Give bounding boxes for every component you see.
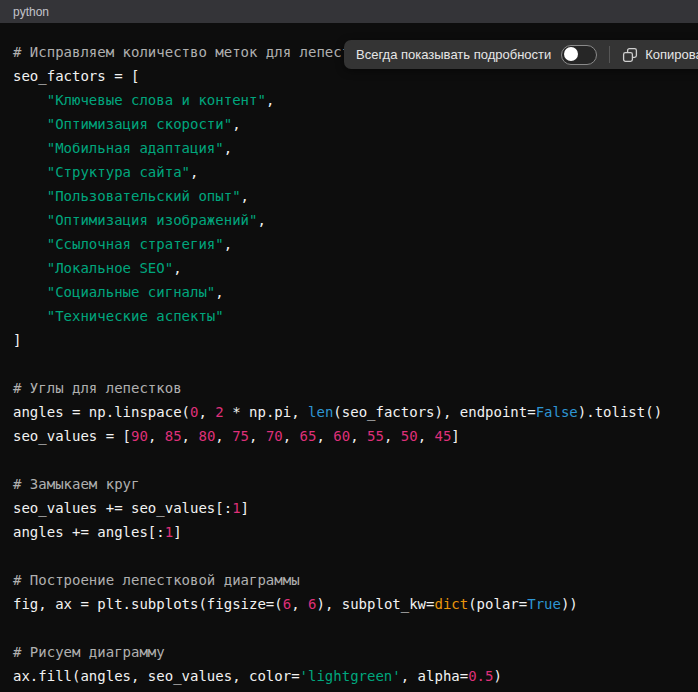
code-token: ,	[241, 188, 249, 204]
code-line: # Рисуем диаграмму	[13, 640, 685, 664]
code-line: # Замыкаем круг	[13, 472, 685, 496]
toolbar-divider	[609, 46, 610, 63]
code-token	[13, 140, 47, 156]
code-token	[13, 212, 47, 228]
code-toolbar: Всегда показывать подробности Копировать…	[344, 40, 698, 69]
code-token: ,	[249, 428, 266, 444]
code-token: 55	[367, 428, 384, 444]
code-line: fig, ax = plt.subplots(figsize=(6, 6), s…	[13, 592, 685, 616]
code-line: "Социальные сигналы",	[13, 280, 685, 304]
code-token: "Структура сайта"	[47, 164, 190, 180]
code-token: # Углы для лепестков	[13, 380, 182, 396]
code-token: False	[536, 404, 578, 420]
code-token: ,	[148, 428, 165, 444]
code-token: len	[308, 404, 333, 420]
code-token: ,	[316, 428, 333, 444]
code-token: ,	[266, 92, 274, 108]
code-token: "Социальные сигналы"	[47, 284, 216, 300]
code-token: )	[493, 668, 501, 684]
code-token: 50	[401, 428, 418, 444]
always-show-details-toggle[interactable]	[561, 45, 597, 65]
copy-code-button[interactable]: Копировать код	[622, 47, 698, 63]
always-show-details-label: Всегда показывать подробности	[356, 47, 551, 62]
code-token: True	[527, 596, 561, 612]
code-token: ,	[291, 596, 308, 612]
code-token: * np.pi,	[224, 404, 308, 420]
code-line: ax.fill(angles, seo_values, color='light…	[13, 664, 685, 688]
code-token: dict	[434, 596, 468, 612]
code-line: seo_values = [90, 85, 80, 75, 70, 65, 60…	[13, 424, 685, 448]
code-area: # Исправляем количество меток для лепест…	[0, 23, 698, 692]
code-token: "Локальное SEO"	[47, 260, 173, 276]
code-token: ,	[232, 116, 240, 132]
code-token: ,	[257, 212, 265, 228]
code-token: 80	[198, 428, 215, 444]
code-token: ,	[224, 236, 232, 252]
code-line: ]	[13, 328, 685, 352]
code-token	[13, 116, 47, 132]
code-token: ]	[173, 524, 181, 540]
code-token: ,	[384, 428, 401, 444]
code-token: 2	[215, 404, 223, 420]
code-token: angles += angles[:	[13, 524, 165, 540]
code-token: ,	[215, 284, 223, 300]
code-line: "Мобильная адаптация",	[13, 136, 685, 160]
code-token: ]	[451, 428, 459, 444]
code-token: ))	[561, 596, 578, 612]
code-line: "Локальное SEO",	[13, 256, 685, 280]
code-token: seo_values = [	[13, 428, 131, 444]
code-token	[13, 188, 47, 204]
code-token	[13, 260, 47, 276]
code-token: ,	[215, 428, 232, 444]
code-line: # Построение лепестковой диаграммы	[13, 568, 685, 592]
code-token: ]	[241, 500, 249, 516]
code-token: seo_values += seo_values[:	[13, 500, 232, 516]
code-token: ax.fill(angles, seo_values, color=	[13, 668, 300, 684]
code-token: 1	[232, 500, 240, 516]
code-token: 0.5	[468, 668, 493, 684]
code-token: 6	[283, 596, 291, 612]
code-token: ,	[418, 428, 435, 444]
code-line: "Ссылочная стратегия",	[13, 232, 685, 256]
code-token: angles = np.linspace(	[13, 404, 190, 420]
code-token: (seo_factors), endpoint=	[333, 404, 535, 420]
code-line	[13, 448, 685, 472]
code-token: 85	[165, 428, 182, 444]
code-token: "Пользовательский опыт"	[47, 188, 241, 204]
code-token: ,	[350, 428, 367, 444]
code-token: 1	[165, 524, 173, 540]
code-token: (polar=	[468, 596, 527, 612]
code-token: 60	[333, 428, 350, 444]
code-header: python	[0, 0, 698, 23]
code-token: fig, ax = plt.subplots(figsize=(	[13, 596, 283, 612]
code-token	[13, 308, 47, 324]
code-line	[13, 544, 685, 568]
code-token: ,	[198, 404, 215, 420]
code-block: python # Исправляем количество меток для…	[0, 0, 698, 692]
code-line: "Пользовательский опыт",	[13, 184, 685, 208]
code-token: # Рисуем диаграмму	[13, 644, 165, 660]
code-line	[13, 616, 685, 640]
code-line	[13, 352, 685, 376]
code-token: "Ключевые слова и контент"	[47, 92, 266, 108]
language-label: python	[13, 6, 49, 18]
code-token: 90	[131, 428, 148, 444]
code-token: # Построение лепестковой диаграммы	[13, 572, 300, 588]
code-line: angles = np.linspace(0, 2 * np.pi, len(s…	[13, 400, 685, 424]
code-token: 45	[434, 428, 451, 444]
code-token: 'lightgreen'	[300, 668, 401, 684]
code-token: "Оптимизация изображений"	[47, 212, 258, 228]
code-token: ]	[13, 332, 21, 348]
code-line: "Структура сайта",	[13, 160, 685, 184]
code-token: ).tolist()	[578, 404, 662, 420]
code-token: ,	[173, 260, 181, 276]
code-line: # Углы для лепестков	[13, 376, 685, 400]
code-token: ,	[190, 164, 198, 180]
code-token: , alpha=	[401, 668, 468, 684]
code-token: # Замыкаем круг	[13, 476, 139, 492]
code-token	[13, 92, 47, 108]
code-token: "Технические аспекты"	[47, 308, 224, 324]
code-token: seo_factors = [	[13, 68, 139, 84]
code-token: 75	[232, 428, 249, 444]
code-token: ,	[182, 428, 199, 444]
